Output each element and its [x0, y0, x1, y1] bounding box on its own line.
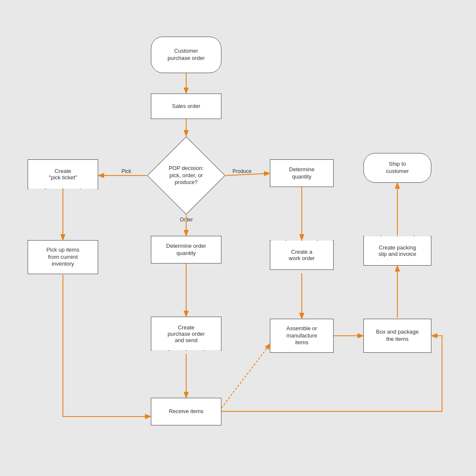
- create-work-order: Create a work order: [270, 240, 334, 270]
- determine-order-quantity: Determine order quantity: [151, 236, 221, 264]
- flowchart-diagram: Customer purchase order Sales order POP …: [0, 0, 476, 476]
- ship-to-customer: Ship to customer: [363, 153, 431, 183]
- box-package: Box and package the items: [363, 319, 431, 353]
- pick-up-items: Pick up items from current inventory: [28, 240, 98, 274]
- order-label: Order: [180, 217, 193, 223]
- sales-order: Sales order: [151, 94, 221, 119]
- pop-decision-label: POP decision: pick, order, or produce?: [163, 165, 210, 187]
- svg-line-13: [221, 344, 270, 408]
- pop-decision: POP decision: pick, order, or produce?: [147, 136, 226, 215]
- customer-purchase-order: Customer purchase order: [151, 37, 221, 73]
- determine-quantity: Determine quantity: [270, 159, 334, 187]
- create-pick-ticket: Create "pick ticket": [28, 159, 98, 189]
- create-purchase-order: Create purchase order and send: [151, 317, 221, 351]
- pick-label: Pick: [122, 168, 131, 174]
- produce-label: Produce: [232, 168, 252, 174]
- receive-items: Receive items: [151, 398, 221, 425]
- create-packing-slip: Create packing slip and invoice: [363, 236, 431, 266]
- assemble-items: Assemble or manufacture items: [270, 319, 334, 353]
